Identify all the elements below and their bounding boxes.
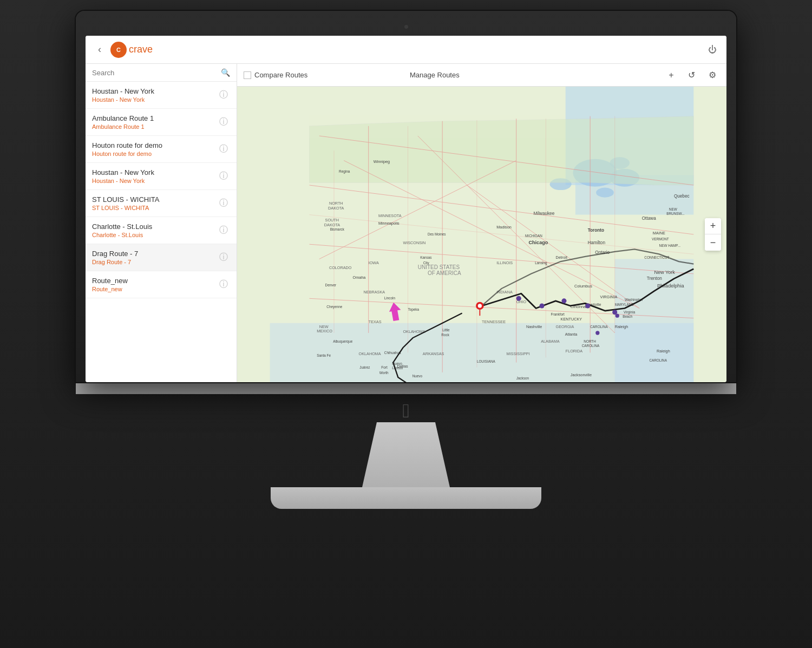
stand-base <box>271 487 541 509</box>
svg-text:Hamilton: Hamilton <box>588 240 606 245</box>
route-list: Houstan - New York Houstan - New York ⓘ … <box>86 82 237 382</box>
svg-text:CAROLINA: CAROLINA <box>590 325 608 329</box>
back-button[interactable]: ‹ <box>92 42 107 57</box>
svg-text:BRUNSW...: BRUNSW... <box>666 212 684 216</box>
route-subtitle: Charlotte - St.Louis <box>92 232 217 238</box>
compare-routes-control[interactable]: Compare Routes <box>244 71 307 79</box>
camera-dot <box>404 25 408 29</box>
svg-text:CAROLINA: CAROLINA <box>649 358 667 362</box>
search-bar: 🔍 <box>86 64 237 82</box>
svg-text:Beach: Beach <box>623 315 632 318</box>
apple-logo:  <box>402 400 409 422</box>
svg-text:Madison: Madison <box>496 225 511 230</box>
map-area[interactable]: NORTH DAKOTA SOUTH DAKOTA MINNESOTA WISC… <box>237 87 726 382</box>
close-button[interactable]: ⓘ <box>217 116 230 129</box>
zoom-in-button[interactable]: + <box>705 218 721 234</box>
svg-text:VIRGINIA: VIRGINIA <box>600 294 617 299</box>
route-item[interactable]: Charlotte - St.Louis Charlotte - St.Loui… <box>86 217 237 244</box>
svg-text:OKLAHOMA: OKLAHOMA <box>359 351 381 356</box>
svg-point-130 <box>478 304 482 307</box>
svg-text:Little: Little <box>442 328 450 332</box>
svg-text:Nashville: Nashville <box>526 324 542 329</box>
route-title: Route_new <box>92 277 217 285</box>
svg-text:NORTH: NORTH <box>584 339 596 343</box>
svg-text:Worth: Worth <box>379 371 389 375</box>
svg-text:ARKANSAS: ARKANSAS <box>423 351 444 356</box>
svg-text:Chicago: Chicago <box>528 240 548 245</box>
route-subtitle: Ambulance Route 1 <box>92 123 217 130</box>
svg-text:Lincoln: Lincoln <box>384 296 396 300</box>
close-button[interactable]: ⓘ <box>217 224 230 237</box>
svg-text:Rock: Rock <box>441 333 449 337</box>
svg-text:NEBRASKA: NEBRASKA <box>364 290 385 294</box>
route-title: Houstan - New York <box>92 87 217 95</box>
svg-text:Ottawa: Ottawa <box>642 216 656 221</box>
route-title: Drag Route - 7 <box>92 250 217 258</box>
svg-point-122 <box>539 303 544 308</box>
svg-text:Detroit: Detroit <box>556 256 567 260</box>
close-button[interactable]: ⓘ <box>217 197 230 210</box>
svg-point-123 <box>561 298 566 303</box>
compare-checkbox[interactable] <box>244 71 251 79</box>
close-button[interactable]: ⓘ <box>217 143 230 156</box>
route-item[interactable]: ST LOUIS - WICHITA ST LOUIS - WICHITA ⓘ <box>86 190 237 217</box>
search-input[interactable] <box>92 69 221 77</box>
close-button[interactable]: ⓘ <box>217 170 230 183</box>
svg-text:Albuquerque: Albuquerque <box>333 339 353 344</box>
route-item[interactable]: Houstan - New York Houstan - New York ⓘ <box>86 82 237 109</box>
route-item[interactable]: Ambulance Route 1 Ambulance Route 1 ⓘ <box>86 109 237 136</box>
svg-text:MICHIGAN: MICHIGAN <box>525 234 542 238</box>
map-zoom-controls: + − <box>705 218 721 251</box>
zoom-out-button[interactable]: − <box>705 234 721 251</box>
svg-point-121 <box>516 296 521 301</box>
search-icon: 🔍 <box>221 68 230 77</box>
power-button[interactable]: ⏻ <box>705 42 720 57</box>
close-button[interactable]: ⓘ <box>217 89 230 102</box>
svg-text:Frankfort: Frankfort <box>551 312 565 316</box>
svg-point-127 <box>615 314 619 318</box>
route-item[interactable]: Route_new Route_new ⓘ <box>86 271 237 298</box>
route-item[interactable]: Houstan - New York Houstan - New York ⓘ <box>86 163 237 190</box>
svg-text:Minneapolis: Minneapolis <box>378 221 400 226</box>
svg-text:Cheyenne: Cheyenne <box>326 305 342 310</box>
svg-text:Denver: Denver <box>325 283 337 287</box>
svg-text:MINNESOTA: MINNESOTA <box>378 213 402 218</box>
svg-text:TENNESSEE: TENNESSEE <box>482 319 506 324</box>
close-button[interactable]: ⓘ <box>217 278 230 291</box>
route-title: ST LOUIS - WICHITA <box>92 195 217 204</box>
svg-text:MAINE: MAINE <box>653 231 665 235</box>
manage-routes-label: Manage Routes <box>410 71 460 79</box>
route-title: Charlotte - St.Louis <box>92 222 217 231</box>
svg-text:KENTUCKY: KENTUCKY <box>561 317 582 322</box>
svg-text:ILLINOIS: ILLINOIS <box>496 260 513 265</box>
svg-text:TEXAS: TEXAS <box>369 319 382 324</box>
logo-text: crave <box>129 44 153 55</box>
svg-text:MEXICO: MEXICO <box>317 329 332 333</box>
svg-text:Lansing: Lansing <box>535 261 547 265</box>
svg-text:LOUISIANA: LOUISIANA <box>477 359 496 363</box>
svg-text:Dallas: Dallas <box>397 364 408 369</box>
monitor-chin <box>76 382 736 394</box>
close-button[interactable]: ⓘ <box>217 251 230 264</box>
svg-point-126 <box>595 331 599 335</box>
refresh-button[interactable]: ↺ <box>684 68 699 83</box>
route-item[interactable]: Drag Route - 7 Drag Route - 7 ⓘ <box>86 244 237 271</box>
route-item[interactable]: Houton route for demo Houton route for d… <box>86 136 237 163</box>
settings-button[interactable]: ⚙ <box>705 68 720 83</box>
svg-text:Topeka: Topeka <box>408 307 420 312</box>
svg-text:Quebec: Quebec <box>674 194 690 199</box>
route-title: Houton route for demo <box>92 141 217 149</box>
toolbar: Compare Routes Manage Routes + ↺ ⚙ <box>237 64 726 87</box>
logo: C crave <box>110 42 153 58</box>
logo-icon: C <box>110 42 127 58</box>
svg-text:Regina: Regina <box>339 169 350 174</box>
svg-text:Jackson: Jackson <box>516 376 529 380</box>
svg-text:Jacksonville: Jacksonville <box>571 372 592 377</box>
stand-neck <box>357 422 455 487</box>
svg-text:Des Moines: Des Moines <box>428 232 446 236</box>
svg-text:Fort: Fort <box>381 365 388 369</box>
svg-text:City: City <box>423 261 430 265</box>
svg-text:Atlanta: Atlanta <box>565 332 578 337</box>
add-button[interactable]: + <box>664 68 679 83</box>
svg-text:Toronto: Toronto <box>588 228 604 233</box>
